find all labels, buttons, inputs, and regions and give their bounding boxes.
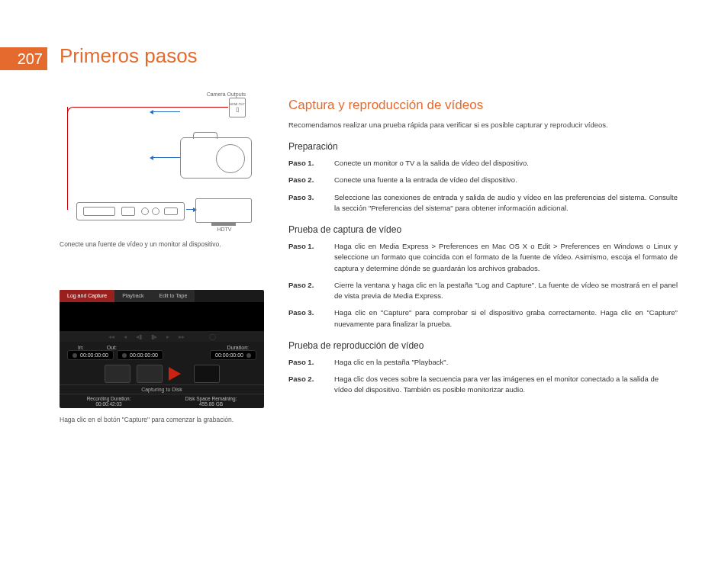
page-number-badge: 207 <box>0 47 47 70</box>
diagram-caption: Conecte una fuente de vídeo y un monitor… <box>60 240 264 249</box>
step-label: Paso 3. <box>288 307 334 336</box>
step-text: Conecte un monitor o TV a la salida de v… <box>334 158 678 175</box>
diagram-camera-icon <box>180 137 252 179</box>
rec-duration-value: 00:00:42:03 <box>87 401 131 407</box>
connection-diagram: Camera Outputs HDMI OUT▯ HDTV <box>60 92 264 233</box>
out-label: Out: <box>107 345 117 350</box>
footer-stats: Recording Duration:00:00:42:03 Disk Spac… <box>60 394 264 408</box>
steps-preparacion: Paso 1.Conecte un monitor o TV a la sali… <box>288 158 678 220</box>
step-text: Seleccione las conexiones de entrada y s… <box>334 192 678 220</box>
step-text: Haga clic en la pestaña "Playback". <box>334 357 678 374</box>
disk-space-label: Disk Space Remaining: <box>185 396 237 401</box>
step-text: Haga clic dos veces sobre la secuencia p… <box>334 374 678 402</box>
section-intro: Recomendamos realizar una prueba rápida … <box>288 121 678 129</box>
step-label: Paso 1. <box>288 158 334 175</box>
transport-controls[interactable]: ◂◂◂◂▮▮▸▸▸▸◯ <box>60 331 264 342</box>
in-timecode[interactable]: 00:00:00:00 <box>67 350 114 360</box>
left-column: Camera Outputs HDMI OUT▯ HDTV Conecte un… <box>60 92 264 424</box>
diagram-hdmi-port: HDMI OUT▯ <box>229 98 246 117</box>
clip-slot[interactable] <box>137 365 163 383</box>
right-column: Captura y reproducción de vídeos Recomen… <box>288 98 678 402</box>
step-label: Paso 2. <box>288 175 334 191</box>
video-preview-area <box>60 302 264 331</box>
steps-captura: Paso 1.Haga clic en Media Express > Pref… <box>288 241 678 336</box>
rec-duration-label: Recording Duration: <box>87 396 131 401</box>
media-express-screenshot: Log and Capture Playback Edit to Tape ◂◂… <box>60 290 264 408</box>
step-label: Paso 2. <box>288 374 334 402</box>
step-text: Conecte una fuente a la entrada de vídeo… <box>334 175 678 191</box>
clip-slot[interactable] <box>105 365 130 383</box>
step-text: Haga clic en Media Express > Preferences… <box>334 241 678 280</box>
diagram-label-camera-outputs: Camera Outputs <box>60 92 246 97</box>
disk-space-value: 455.88 GB <box>185 401 237 407</box>
diagram-label-hdtv: HDTV <box>197 227 252 232</box>
tab-log-and-capture[interactable]: Log and Capture <box>60 290 114 302</box>
clip-slot-target[interactable] <box>194 365 220 383</box>
tab-edit-to-tape[interactable]: Edit to Tape <box>152 290 195 302</box>
subheading-reproduccion: Prueba de reproducción de vídeo <box>288 340 678 351</box>
step-label: Paso 1. <box>288 357 334 374</box>
in-label: In: <box>78 345 84 350</box>
page-title: Primeros pasos <box>60 44 198 68</box>
diagram-tv-icon <box>195 198 252 223</box>
step-label: Paso 1. <box>288 241 334 280</box>
clip-bin-row <box>60 363 264 384</box>
step-label: Paso 2. <box>288 280 334 308</box>
capture-status: Capturing to Disk <box>60 384 264 394</box>
in-out-row: In:Out: 00:00:00:00 00:00:00:00 Duration… <box>60 342 264 363</box>
subheading-preparacion: Preparación <box>288 141 678 152</box>
step-text: Haga clic en "Capture" para comprobar si… <box>334 307 678 336</box>
red-arrow-icon <box>169 367 188 381</box>
steps-reproduccion: Paso 1.Haga clic en la pestaña "Playback… <box>288 357 678 402</box>
tab-playback[interactable]: Playback <box>114 290 151 302</box>
subheading-captura: Prueba de captura de vídeo <box>288 224 678 235</box>
step-label: Paso 3. <box>288 192 334 220</box>
screenshot-caption: Haga clic en el botón "Capture" para com… <box>60 416 264 424</box>
step-text: Cierre la ventana y haga clic en la pest… <box>334 280 678 308</box>
document-page: 207 Primeros pasos Camera Outputs HDMI O… <box>0 0 728 563</box>
section-heading: Captura y reproducción de vídeos <box>288 98 678 113</box>
duration-timecode: 00:00:00:00 <box>210 350 256 360</box>
diagram-capture-device-icon <box>76 202 185 220</box>
duration-label: Duration: <box>210 345 256 350</box>
out-timecode[interactable]: 00:00:00:00 <box>117 350 163 360</box>
